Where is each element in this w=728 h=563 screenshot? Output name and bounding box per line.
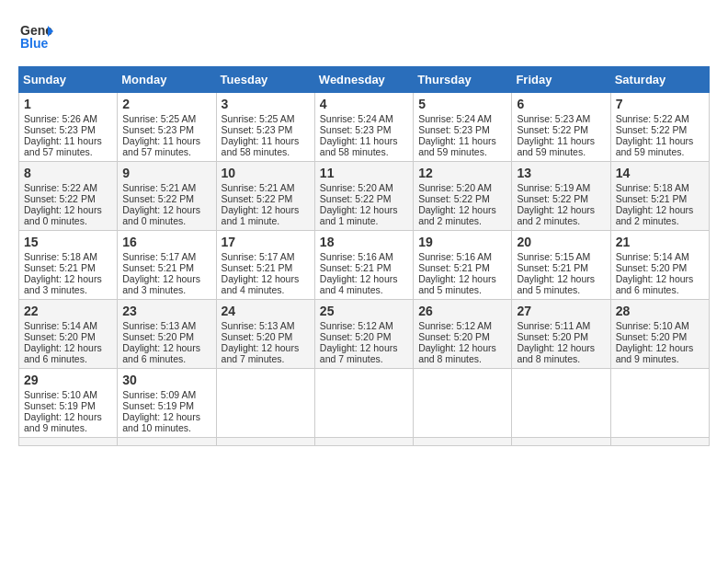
cell-text: Sunrise: 5:18 AM — [616, 182, 704, 193]
cell-text: Sunset: 5:22 PM — [320, 193, 408, 204]
calendar-cell — [512, 369, 610, 438]
calendar-cell: 1Sunrise: 5:26 AMSunset: 5:23 PMDaylight… — [19, 93, 118, 162]
cell-text: Sunset: 5:21 PM — [320, 262, 408, 273]
cell-text: Sunrise: 5:26 AM — [24, 113, 112, 124]
day-number: 25 — [320, 304, 408, 318]
cell-text: Daylight: 11 hours — [222, 135, 310, 146]
calendar-cell: 30Sunrise: 5:09 AMSunset: 5:19 PMDayligh… — [118, 369, 216, 438]
cell-text: and 5 minutes. — [418, 284, 506, 295]
cell-text: Daylight: 12 hours — [418, 273, 506, 284]
cell-text: and 57 minutes. — [24, 146, 112, 157]
col-sunday: Sunday — [19, 67, 118, 93]
cell-text: and 2 minutes. — [616, 215, 704, 226]
cell-text: and 3 minutes. — [122, 284, 210, 295]
cell-text: Sunrise: 5:21 AM — [222, 182, 310, 193]
svg-text:Blue: Blue — [20, 36, 49, 51]
cell-text: and 3 minutes. — [24, 284, 112, 295]
cell-text: and 59 minutes. — [517, 146, 605, 157]
cell-text: Daylight: 12 hours — [616, 273, 704, 284]
cell-text: Sunset: 5:21 PM — [616, 193, 704, 204]
cell-text: Daylight: 12 hours — [222, 204, 310, 215]
calendar-row: 22Sunrise: 5:14 AMSunset: 5:20 PMDayligh… — [19, 300, 710, 369]
day-number: 22 — [24, 304, 112, 318]
cell-text: Sunset: 5:19 PM — [122, 400, 210, 411]
cell-text: Sunset: 5:20 PM — [24, 331, 112, 342]
cell-text: and 58 minutes. — [222, 146, 310, 157]
cell-text: Daylight: 12 hours — [320, 342, 408, 353]
cell-text: Sunrise: 5:25 AM — [122, 113, 210, 124]
calendar-table: Sunday Monday Tuesday Wednesday Thursday… — [18, 66, 710, 446]
cell-text: Daylight: 12 hours — [122, 204, 210, 215]
calendar-cell: 5Sunrise: 5:24 AMSunset: 5:23 PMDaylight… — [414, 93, 512, 162]
logo-icon: General Blue — [18, 18, 53, 53]
col-tuesday: Tuesday — [216, 67, 314, 93]
cell-text: Daylight: 12 hours — [24, 411, 112, 422]
cell-text: Sunset: 5:20 PM — [616, 331, 704, 342]
day-number: 15 — [24, 235, 112, 249]
cell-text: Daylight: 12 hours — [122, 411, 210, 422]
cell-text: and 6 minutes. — [24, 353, 112, 364]
cell-text: Daylight: 12 hours — [122, 273, 210, 284]
calendar-cell — [314, 438, 413, 446]
day-number: 19 — [418, 235, 506, 249]
cell-text: Daylight: 12 hours — [616, 342, 704, 353]
cell-text: Sunset: 5:23 PM — [24, 124, 112, 135]
day-number: 13 — [517, 166, 605, 180]
cell-text: and 9 minutes. — [24, 422, 112, 433]
cell-text: Sunset: 5:20 PM — [418, 331, 506, 342]
cell-text: Sunrise: 5:16 AM — [418, 251, 506, 262]
day-number: 26 — [418, 304, 506, 318]
cell-text: and 8 minutes. — [517, 353, 605, 364]
cell-text: and 10 minutes. — [122, 422, 210, 433]
cell-text: and 0 minutes. — [24, 215, 112, 226]
cell-text: Sunset: 5:22 PM — [222, 193, 310, 204]
cell-text: Sunrise: 5:25 AM — [222, 113, 310, 124]
cell-text: Daylight: 12 hours — [24, 273, 112, 284]
calendar-cell: 4Sunrise: 5:24 AMSunset: 5:23 PMDaylight… — [314, 93, 413, 162]
cell-text: Sunset: 5:23 PM — [418, 124, 506, 135]
calendar-cell: 18Sunrise: 5:16 AMSunset: 5:21 PMDayligh… — [314, 231, 413, 300]
cell-text: Sunrise: 5:23 AM — [517, 113, 605, 124]
cell-text: Daylight: 11 hours — [122, 135, 210, 146]
day-number: 10 — [222, 166, 310, 180]
cell-text: Sunrise: 5:17 AM — [222, 251, 310, 262]
cell-text: Sunrise: 5:24 AM — [320, 113, 408, 124]
day-number: 16 — [122, 235, 210, 249]
day-number: 8 — [24, 166, 112, 180]
day-number: 29 — [24, 373, 112, 387]
cell-text: Sunrise: 5:20 AM — [320, 182, 408, 193]
cell-text: and 58 minutes. — [320, 146, 408, 157]
page-header: General Blue — [18, 18, 710, 57]
cell-text: Sunrise: 5:24 AM — [418, 113, 506, 124]
cell-text: Sunrise: 5:12 AM — [320, 320, 408, 331]
cell-text: Sunset: 5:23 PM — [122, 124, 210, 135]
cell-text: Daylight: 12 hours — [222, 342, 310, 353]
day-number: 2 — [122, 97, 210, 111]
calendar-cell — [414, 438, 512, 446]
day-number: 11 — [320, 166, 408, 180]
cell-text: Daylight: 12 hours — [122, 342, 210, 353]
calendar-cell: 10Sunrise: 5:21 AMSunset: 5:22 PMDayligh… — [216, 162, 314, 231]
calendar-cell: 15Sunrise: 5:18 AMSunset: 5:21 PMDayligh… — [19, 231, 118, 300]
calendar-row: 1Sunrise: 5:26 AMSunset: 5:23 PMDaylight… — [19, 93, 710, 162]
day-number: 21 — [616, 235, 704, 249]
cell-text: Sunrise: 5:12 AM — [418, 320, 506, 331]
calendar-cell: 20Sunrise: 5:15 AMSunset: 5:21 PMDayligh… — [512, 231, 610, 300]
cell-text: Sunset: 5:20 PM — [517, 331, 605, 342]
cell-text: Sunset: 5:22 PM — [418, 193, 506, 204]
cell-text: Sunset: 5:22 PM — [517, 124, 605, 135]
cell-text: Daylight: 12 hours — [320, 273, 408, 284]
cell-text: Sunset: 5:19 PM — [24, 400, 112, 411]
day-number: 28 — [616, 304, 704, 318]
calendar-cell — [610, 438, 709, 446]
day-number: 23 — [122, 304, 210, 318]
cell-text: Daylight: 12 hours — [616, 204, 704, 215]
cell-text: Daylight: 11 hours — [517, 135, 605, 146]
calendar-cell: 28Sunrise: 5:10 AMSunset: 5:20 PMDayligh… — [610, 300, 709, 369]
cell-text: Daylight: 11 hours — [24, 135, 112, 146]
calendar-cell — [19, 438, 118, 446]
cell-text: Sunset: 5:20 PM — [122, 331, 210, 342]
calendar-row: 8Sunrise: 5:22 AMSunset: 5:22 PMDaylight… — [19, 162, 710, 231]
cell-text: Sunrise: 5:14 AM — [24, 320, 112, 331]
calendar-cell: 16Sunrise: 5:17 AMSunset: 5:21 PMDayligh… — [118, 231, 216, 300]
